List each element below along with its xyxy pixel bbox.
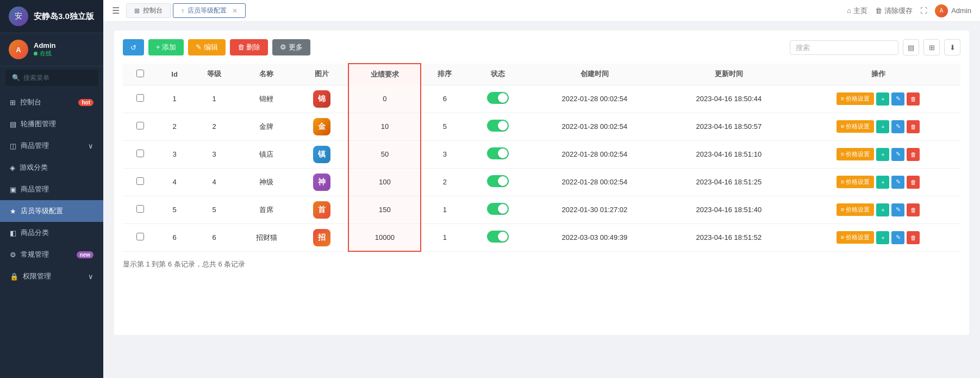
add-sub-btn[interactable]: + <box>876 231 889 244</box>
row-created: 2022-01-28 00:02:54 <box>528 85 662 113</box>
edit-row-btn[interactable]: ✎ <box>891 148 904 161</box>
row-level: 1 <box>191 85 237 113</box>
row-select-checkbox[interactable] <box>136 94 144 102</box>
refresh-icon: ↺ <box>130 44 136 52</box>
hot-badge: hot <box>78 99 93 106</box>
user-profile: A Admin 在线 <box>0 33 103 66</box>
add-sub-btn[interactable]: + <box>876 148 889 161</box>
row-level: 2 <box>191 113 237 140</box>
select-all-checkbox[interactable] <box>136 70 144 77</box>
price-btn[interactable]: ≡ 价格设置 <box>837 203 874 216</box>
row-id: 2 <box>158 113 191 140</box>
col-perf-header: 业绩要求 <box>348 64 421 85</box>
add-button[interactable]: + 添加 <box>148 39 184 55</box>
price-btn[interactable]: ≡ 价格设置 <box>837 92 874 105</box>
row-sort: 3 <box>421 140 468 168</box>
sidebar-item-game-cat[interactable]: ◈ 游戏分类 <box>0 157 103 178</box>
tab-member-level[interactable]: ↑ 店员等级配置 ✕ <box>173 3 246 18</box>
add-sub-btn[interactable]: + <box>876 203 889 216</box>
status-toggle[interactable] <box>487 147 509 159</box>
status-toggle[interactable] <box>487 120 509 132</box>
goods-icon: ◫ <box>10 142 16 150</box>
tab-dashboard[interactable]: ⊞ 控制台 <box>126 3 171 18</box>
edit-row-btn[interactable]: ✎ <box>891 120 904 133</box>
sidebar-item-permission[interactable]: 🔒 权限管理 ∨ <box>0 265 103 287</box>
row-select-checkbox[interactable] <box>136 177 144 185</box>
delete-row-btn[interactable]: 🗑 <box>907 231 920 244</box>
add-sub-btn[interactable]: + <box>876 92 889 106</box>
row-icon: 招 <box>296 224 348 251</box>
sidebar-item-dashboard[interactable]: ⊞ 控制台 hot <box>0 91 103 113</box>
row-updated: 2023-04-16 18:50:44 <box>661 85 796 113</box>
action-group: ≡ 价格设置 + ✎ 🗑 <box>802 148 954 161</box>
sidebar-search-box[interactable]: 🔍 <box>5 70 98 86</box>
refresh-button[interactable]: ↺ <box>123 39 144 55</box>
row-id: 4 <box>158 168 191 196</box>
edit-row-btn[interactable]: ✎ <box>891 92 904 106</box>
sidebar-item-goods[interactable]: ▣ 商品管理 <box>0 178 103 200</box>
sidebar-item-carousel[interactable]: ▤ 轮播图管理 <box>0 113 103 135</box>
row-created: 2022-03-03 00:49:39 <box>528 224 662 251</box>
add-sub-btn[interactable]: + <box>876 120 889 133</box>
home-link[interactable]: ⌂ 主页 <box>847 6 867 16</box>
row-select-checkbox[interactable] <box>136 150 144 157</box>
menu-toggle-icon[interactable]: ☰ <box>112 5 120 16</box>
row-select-checkbox[interactable] <box>136 233 144 240</box>
sidebar-item-member-level[interactable]: ★ 店员等级配置 <box>0 200 103 222</box>
status-toggle[interactable] <box>487 203 509 215</box>
col-image-header: 图片 <box>296 64 348 85</box>
status-toggle[interactable] <box>487 175 509 187</box>
delete-row-btn[interactable]: 🗑 <box>907 148 920 161</box>
price-btn[interactable]: ≡ 价格设置 <box>837 231 874 244</box>
row-sort: 1 <box>421 224 468 251</box>
clear-cache-btn[interactable]: 🗑 清除缓存 <box>875 6 913 16</box>
list-view-btn[interactable]: ▤ <box>903 39 919 55</box>
price-btn[interactable]: ≡ 价格设置 <box>837 148 874 160</box>
fullscreen-btn[interactable]: ⛶ <box>920 7 927 15</box>
sidebar-search-input[interactable] <box>23 74 91 82</box>
edit-row-btn[interactable]: ✎ <box>891 176 904 189</box>
price-btn[interactable]: ≡ 价格设置 <box>837 120 874 133</box>
level-badge: 金 <box>313 118 330 135</box>
status-toggle[interactable] <box>487 92 509 104</box>
col-action-header: 操作 <box>796 64 960 85</box>
delete-row-btn[interactable]: 🗑 <box>907 203 920 216</box>
status-toggle[interactable] <box>487 231 509 243</box>
row-created: 2022-01-28 00:02:54 <box>528 140 662 168</box>
col-name-header: 名称 <box>238 64 296 85</box>
search-input[interactable] <box>790 40 898 55</box>
more-button[interactable]: ⚙ 更多 <box>272 39 310 55</box>
row-status <box>468 224 527 251</box>
row-select-checkbox[interactable] <box>136 122 144 129</box>
table-row: 1 1 锦鲤 锦 0 6 2022-01-28 00:02:54 2023-04… <box>123 85 960 113</box>
data-table: Id 等级 名称 图片 业绩要求 排序 状态 创建时间 更新时间 操作 <box>123 63 960 252</box>
row-created: 2022-01-30 01:27:02 <box>528 196 662 224</box>
content-card: ↺ + 添加 ✎ 编辑 🗑 删除 ⚙ 更多 ▤ ⊞ ⬇ <box>114 30 969 335</box>
product-cat-icon: ◧ <box>10 229 16 237</box>
sidebar-item-product-cat[interactable]: ◧ 商品分类 <box>0 222 103 244</box>
row-select-checkbox[interactable] <box>136 205 144 213</box>
delete-row-btn[interactable]: 🗑 <box>907 120 920 133</box>
row-id: 3 <box>158 140 191 168</box>
delete-row-btn[interactable]: 🗑 <box>907 92 920 106</box>
avatar: A <box>9 40 28 59</box>
sidebar-item-general[interactable]: ⚙ 常规管理 new <box>0 244 103 265</box>
tab-close-icon[interactable]: ✕ <box>232 7 238 15</box>
delete-button[interactable]: 🗑 删除 <box>230 39 269 55</box>
row-id: 6 <box>158 224 191 251</box>
edit-row-btn[interactable]: ✎ <box>891 231 904 244</box>
add-sub-btn[interactable]: + <box>876 176 889 189</box>
delete-row-btn[interactable]: 🗑 <box>907 176 920 189</box>
grid-view-btn[interactable]: ⊞ <box>923 39 940 55</box>
row-checkbox <box>123 196 158 224</box>
edit-button[interactable]: ✎ 编辑 <box>188 39 226 55</box>
member-level-tab-icon: ↑ <box>181 7 184 15</box>
export-btn[interactable]: ⬇ <box>944 39 960 55</box>
topbar-user[interactable]: A Admin <box>935 4 971 17</box>
edit-row-btn[interactable]: ✎ <box>891 203 904 216</box>
table-row: 3 3 镇店 镇 50 3 2022-01-28 00:02:54 2023-0… <box>123 140 960 168</box>
toolbar-right: ▤ ⊞ ⬇ <box>790 39 960 55</box>
price-btn[interactable]: ≡ 价格设置 <box>837 176 874 188</box>
sidebar-menu: ⊞ 控制台 hot ▤ 轮播图管理 ◫ 商品管理 ∨ ◈ 游戏分类 <box>0 89 103 378</box>
sidebar-item-goods-mgmt[interactable]: ◫ 商品管理 ∨ <box>0 135 103 157</box>
